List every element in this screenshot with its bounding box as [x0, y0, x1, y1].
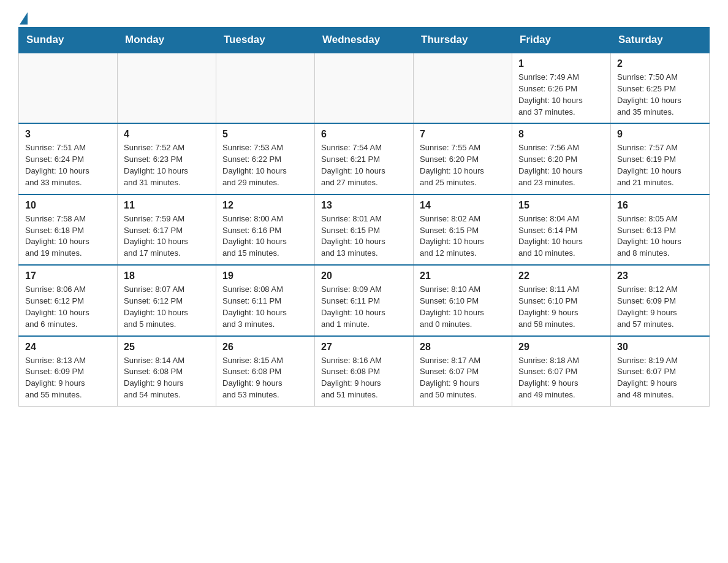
week-row-2: 3Sunrise: 7:51 AM Sunset: 6:24 PM Daylig… — [19, 123, 710, 194]
calendar-cell: 2Sunrise: 7:50 AM Sunset: 6:25 PM Daylig… — [611, 53, 710, 123]
calendar-cell: 19Sunrise: 8:08 AM Sunset: 6:11 PM Dayli… — [216, 265, 315, 335]
day-info: Sunrise: 7:54 AM Sunset: 6:21 PM Dayligh… — [321, 142, 407, 188]
logo — [18, 12, 47, 21]
day-number: 21 — [420, 270, 506, 282]
day-number: 23 — [617, 270, 703, 282]
calendar-cell: 13Sunrise: 8:01 AM Sunset: 6:15 PM Dayli… — [315, 194, 414, 265]
day-info: Sunrise: 7:50 AM Sunset: 6:25 PM Dayligh… — [617, 72, 703, 118]
day-info: Sunrise: 7:57 AM Sunset: 6:19 PM Dayligh… — [617, 142, 703, 188]
day-number: 2 — [617, 58, 703, 69]
day-info: Sunrise: 8:06 AM Sunset: 6:12 PM Dayligh… — [25, 284, 111, 330]
week-row-5: 24Sunrise: 8:13 AM Sunset: 6:09 PM Dayli… — [19, 336, 710, 407]
day-info: Sunrise: 8:14 AM Sunset: 6:08 PM Dayligh… — [124, 355, 210, 401]
day-info: Sunrise: 8:16 AM Sunset: 6:08 PM Dayligh… — [321, 355, 407, 401]
day-number: 24 — [25, 342, 111, 353]
weekday-header-tuesday: Tuesday — [216, 28, 315, 53]
calendar-cell: 1Sunrise: 7:49 AM Sunset: 6:26 PM Daylig… — [512, 53, 611, 123]
calendar-cell: 18Sunrise: 8:07 AM Sunset: 6:12 PM Dayli… — [118, 265, 216, 335]
week-row-3: 10Sunrise: 7:58 AM Sunset: 6:18 PM Dayli… — [19, 194, 710, 265]
day-number: 11 — [124, 200, 210, 211]
day-info: Sunrise: 8:00 AM Sunset: 6:16 PM Dayligh… — [222, 213, 308, 259]
calendar-cell: 9Sunrise: 7:57 AM Sunset: 6:19 PM Daylig… — [611, 123, 710, 194]
day-info: Sunrise: 7:58 AM Sunset: 6:18 PM Dayligh… — [25, 213, 111, 259]
day-info: Sunrise: 8:01 AM Sunset: 6:15 PM Dayligh… — [321, 213, 407, 259]
day-number: 27 — [321, 342, 407, 353]
calendar-cell: 8Sunrise: 7:56 AM Sunset: 6:20 PM Daylig… — [512, 123, 611, 194]
calendar-cell: 27Sunrise: 8:16 AM Sunset: 6:08 PM Dayli… — [315, 336, 414, 407]
logo-arrow-icon — [20, 12, 28, 25]
day-number: 9 — [617, 129, 703, 140]
day-info: Sunrise: 8:11 AM Sunset: 6:10 PM Dayligh… — [518, 284, 604, 330]
calendar-cell: 26Sunrise: 8:15 AM Sunset: 6:08 PM Dayli… — [216, 336, 315, 407]
day-info: Sunrise: 8:02 AM Sunset: 6:15 PM Dayligh… — [420, 213, 506, 259]
day-number: 15 — [518, 200, 604, 211]
calendar-cell — [216, 53, 315, 123]
weekday-header-saturday: Saturday — [611, 28, 710, 53]
weekday-header-wednesday: Wednesday — [315, 28, 414, 53]
day-number: 8 — [518, 129, 604, 140]
day-number: 29 — [518, 342, 604, 353]
calendar-cell — [118, 53, 216, 123]
day-number: 10 — [25, 200, 111, 211]
calendar-table: SundayMondayTuesdayWednesdayThursdayFrid… — [18, 27, 710, 407]
calendar-cell: 28Sunrise: 8:17 AM Sunset: 6:07 PM Dayli… — [414, 336, 512, 407]
day-number: 5 — [222, 129, 308, 140]
calendar-cell: 12Sunrise: 8:00 AM Sunset: 6:16 PM Dayli… — [216, 194, 315, 265]
day-number: 22 — [518, 270, 604, 282]
calendar-cell: 10Sunrise: 7:58 AM Sunset: 6:18 PM Dayli… — [19, 194, 118, 265]
calendar-cell: 30Sunrise: 8:19 AM Sunset: 6:07 PM Dayli… — [611, 336, 710, 407]
calendar-cell: 14Sunrise: 8:02 AM Sunset: 6:15 PM Dayli… — [414, 194, 512, 265]
week-row-4: 17Sunrise: 8:06 AM Sunset: 6:12 PM Dayli… — [19, 265, 710, 335]
day-info: Sunrise: 7:51 AM Sunset: 6:24 PM Dayligh… — [25, 142, 111, 188]
day-info: Sunrise: 8:04 AM Sunset: 6:14 PM Dayligh… — [518, 213, 604, 259]
day-number: 12 — [222, 200, 308, 211]
page-header — [18, 12, 710, 21]
day-info: Sunrise: 8:13 AM Sunset: 6:09 PM Dayligh… — [25, 355, 111, 401]
week-row-1: 1Sunrise: 7:49 AM Sunset: 6:26 PM Daylig… — [19, 53, 710, 123]
calendar-cell: 16Sunrise: 8:05 AM Sunset: 6:13 PM Dayli… — [611, 194, 710, 265]
calendar-cell: 3Sunrise: 7:51 AM Sunset: 6:24 PM Daylig… — [19, 123, 118, 194]
day-info: Sunrise: 8:17 AM Sunset: 6:07 PM Dayligh… — [420, 355, 506, 401]
day-info: Sunrise: 7:59 AM Sunset: 6:17 PM Dayligh… — [124, 213, 210, 259]
calendar-cell — [414, 53, 512, 123]
calendar-cell: 11Sunrise: 7:59 AM Sunset: 6:17 PM Dayli… — [118, 194, 216, 265]
weekday-header-monday: Monday — [118, 28, 216, 53]
calendar-cell: 7Sunrise: 7:55 AM Sunset: 6:20 PM Daylig… — [414, 123, 512, 194]
calendar-cell: 21Sunrise: 8:10 AM Sunset: 6:10 PM Dayli… — [414, 265, 512, 335]
day-info: Sunrise: 8:09 AM Sunset: 6:11 PM Dayligh… — [321, 284, 407, 330]
weekday-header-row: SundayMondayTuesdayWednesdayThursdayFrid… — [19, 28, 710, 53]
calendar-cell: 22Sunrise: 8:11 AM Sunset: 6:10 PM Dayli… — [512, 265, 611, 335]
weekday-header-sunday: Sunday — [19, 28, 118, 53]
day-number: 4 — [124, 129, 210, 140]
weekday-header-friday: Friday — [512, 28, 611, 53]
calendar-cell: 4Sunrise: 7:52 AM Sunset: 6:23 PM Daylig… — [118, 123, 216, 194]
day-number: 18 — [124, 270, 210, 282]
day-info: Sunrise: 7:56 AM Sunset: 6:20 PM Dayligh… — [518, 142, 604, 188]
day-number: 17 — [25, 270, 111, 282]
calendar-cell: 17Sunrise: 8:06 AM Sunset: 6:12 PM Dayli… — [19, 265, 118, 335]
day-info: Sunrise: 7:55 AM Sunset: 6:20 PM Dayligh… — [420, 142, 506, 188]
day-number: 20 — [321, 270, 407, 282]
day-number: 30 — [617, 342, 703, 353]
day-info: Sunrise: 8:19 AM Sunset: 6:07 PM Dayligh… — [617, 355, 703, 401]
calendar-cell: 25Sunrise: 8:14 AM Sunset: 6:08 PM Dayli… — [118, 336, 216, 407]
calendar-cell: 6Sunrise: 7:54 AM Sunset: 6:21 PM Daylig… — [315, 123, 414, 194]
day-number: 3 — [25, 129, 111, 140]
day-number: 6 — [321, 129, 407, 140]
day-info: Sunrise: 8:08 AM Sunset: 6:11 PM Dayligh… — [222, 284, 308, 330]
day-info: Sunrise: 8:10 AM Sunset: 6:10 PM Dayligh… — [420, 284, 506, 330]
day-number: 26 — [222, 342, 308, 353]
day-number: 14 — [420, 200, 506, 211]
day-number: 13 — [321, 200, 407, 211]
calendar-cell: 23Sunrise: 8:12 AM Sunset: 6:09 PM Dayli… — [611, 265, 710, 335]
day-number: 19 — [222, 270, 308, 282]
weekday-header-thursday: Thursday — [414, 28, 512, 53]
calendar-cell: 15Sunrise: 8:04 AM Sunset: 6:14 PM Dayli… — [512, 194, 611, 265]
calendar-cell: 24Sunrise: 8:13 AM Sunset: 6:09 PM Dayli… — [19, 336, 118, 407]
day-number: 1 — [518, 58, 604, 69]
calendar-cell: 20Sunrise: 8:09 AM Sunset: 6:11 PM Dayli… — [315, 265, 414, 335]
day-info: Sunrise: 8:12 AM Sunset: 6:09 PM Dayligh… — [617, 284, 703, 330]
day-number: 7 — [420, 129, 506, 140]
calendar-cell: 5Sunrise: 7:53 AM Sunset: 6:22 PM Daylig… — [216, 123, 315, 194]
day-number: 28 — [420, 342, 506, 353]
